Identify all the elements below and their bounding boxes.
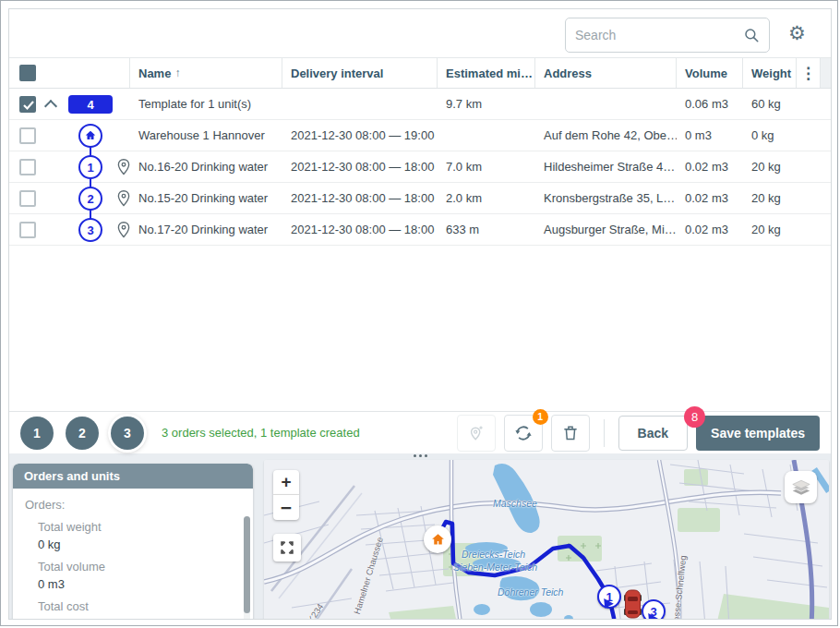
bottom-section: Orders and units Orders: Total weight 0 … — [9, 453, 831, 619]
table-row-order[interactable]: 1 No.16-20 Drinking water 2021-12-30 08:… — [9, 151, 831, 183]
map-label-doehrener-teich: Döhrener Teich — [498, 586, 563, 598]
car-icon — [623, 589, 642, 619]
location-pin-icon — [115, 221, 130, 242]
cell-weight: 20 kg — [743, 191, 797, 205]
table-row-warehouse[interactable]: Warehouse 1 Hannover 2021-12-30 08:00 — … — [9, 120, 831, 151]
content-frame: ⚙ Name ↑ Delivery interval Estimated mi…… — [8, 8, 832, 620]
map-label-dreiecks-teich: Dreiecks-Teich — [462, 549, 525, 560]
column-header-weight[interactable]: Weight — [743, 58, 797, 88]
stop-number-badge: 1 — [78, 155, 102, 179]
cell-volume: 0.02 m3 — [677, 191, 743, 205]
table-header: Name ↑ Delivery interval Estimated mi… A… — [9, 57, 831, 89]
cell-name: Warehouse 1 Hannover — [130, 128, 282, 142]
summary-value: 0 m3 — [38, 577, 231, 591]
summary-value: 0 kg — [38, 537, 231, 551]
row-select-cell: 2 — [9, 183, 130, 213]
row-select-cell: 1 — [9, 151, 130, 182]
column-header-address[interactable]: Address — [535, 58, 677, 88]
row-checkbox[interactable] — [19, 190, 36, 207]
cell-name: Template for 1 unit(s) — [130, 97, 282, 111]
status-text: 3 orders selected, 1 template created — [162, 426, 360, 440]
step-1-button[interactable]: 1 — [20, 417, 54, 450]
layers-icon — [790, 477, 812, 499]
table-row-order[interactable]: 2 No.15-20 Drinking water 2021-12-30 08:… — [9, 183, 831, 214]
column-label: Name — [138, 66, 171, 80]
stop-number-badge: 3 — [78, 218, 102, 242]
search-box[interactable] — [565, 18, 770, 53]
map-marker-stop-2[interactable]: 2 — [644, 619, 668, 620]
collapse-chevron-icon[interactable] — [46, 98, 55, 107]
row-checkbox[interactable] — [19, 96, 36, 113]
cell-volume: 0.06 m3 — [677, 97, 743, 111]
column-header-estimated-mileage[interactable]: Estimated mi… — [438, 58, 535, 88]
table-row-template[interactable]: 4 Template for 1 unit(s) 9.7 km 0.06 m3 … — [9, 89, 831, 120]
cell-name: No.17-20 Drinking water — [130, 223, 282, 236]
summary-item: Total cost 0 € — [38, 599, 231, 620]
cell-delivery-interval: 2021-12-30 08:00 — 18:00 — [282, 191, 438, 205]
reassign-count-badge: 1 — [533, 409, 548, 425]
column-header-delivery-interval[interactable]: Delivery interval — [282, 58, 438, 88]
column-label: Address — [544, 66, 592, 80]
hint-step-badge: 8 — [684, 406, 705, 428]
cell-address: Augsburger Straße, Mi… — [535, 223, 677, 236]
settings-gear-icon[interactable]: ⚙ — [788, 23, 806, 42]
delete-button[interactable] — [551, 415, 590, 452]
pin-plus-icon — [467, 424, 486, 442]
route-connector-line — [90, 136, 91, 230]
map-marker-stop-1[interactable]: 1 — [597, 585, 621, 609]
panel-scrollbar[interactable] — [244, 516, 250, 620]
cell-volume: 0.02 m3 — [677, 223, 743, 236]
warehouse-map-marker[interactable] — [424, 525, 451, 553]
cell-distance: 2.0 km — [438, 191, 535, 205]
cell-weight: 20 kg — [743, 223, 797, 236]
map-marker-stop-3[interactable]: 3 — [642, 599, 666, 620]
step-3-button[interactable]: 3 — [111, 417, 144, 450]
select-all-checkbox[interactable] — [19, 65, 36, 81]
panel-scrollbar-thumb[interactable] — [244, 516, 250, 613]
summary-label: Total volume — [38, 560, 231, 574]
table-scrollbar-gutter[interactable] — [821, 58, 831, 88]
cell-delivery-interval: 2021-12-30 08:00 — 19:00 — [282, 128, 438, 142]
column-label: Estimated mi… — [446, 66, 533, 80]
toolbar-divider — [604, 419, 605, 447]
table-row-order[interactable]: 3 No.17-20 Drinking water 2021-12-30 08:… — [9, 214, 831, 246]
home-icon — [430, 532, 446, 548]
search-input[interactable] — [575, 28, 743, 42]
column-menu-button[interactable]: ⋮ — [797, 58, 821, 88]
search-icon[interactable] — [743, 27, 760, 43]
map-fullscreen-button[interactable] — [273, 534, 301, 562]
map-zoom-out-button[interactable]: − — [273, 495, 299, 520]
assign-location-button[interactable] — [457, 415, 496, 452]
row-select-cell — [9, 120, 130, 151]
summary-item: Total weight 0 kg — [38, 520, 231, 551]
cell-volume: 0 m3 — [677, 128, 743, 142]
summary-value: 0 € — [38, 617, 231, 620]
row-select-cell: 3 — [9, 214, 130, 245]
step-2-button[interactable]: 2 — [66, 417, 99, 450]
summary-label: Total weight — [38, 520, 231, 534]
column-label: Delivery interval — [291, 66, 383, 80]
orders-and-units-panel: Orders and units Orders: Total weight 0 … — [13, 464, 253, 620]
map-canvas[interactable]: Maschsee Dreiecks-Teich Sieben-Meter-Tei… — [264, 460, 829, 620]
cell-distance: 9.7 km — [438, 97, 535, 111]
save-templates-button[interactable]: Save templates 8 — [696, 416, 820, 451]
row-checkbox[interactable] — [19, 222, 36, 238]
column-header-name[interactable]: Name ↑ — [130, 58, 282, 88]
map-layers-button[interactable] — [785, 471, 817, 503]
back-button[interactable]: Back — [618, 416, 688, 451]
cell-distance: 633 m — [438, 223, 535, 236]
reassign-unit-button[interactable]: 1 — [504, 415, 543, 452]
sort-asc-icon: ↑ — [174, 66, 180, 79]
vehicle-marker[interactable] — [623, 589, 642, 620]
row-checkbox[interactable] — [19, 159, 36, 175]
row-checkbox[interactable] — [19, 127, 36, 144]
stops-count-badge: 4 — [68, 95, 113, 114]
cell-weight: 0 kg — [743, 128, 797, 142]
map-zoom-in-button[interactable]: + — [273, 470, 299, 495]
orders-section-label: Orders: — [25, 498, 231, 512]
save-templates-label: Save templates — [711, 426, 805, 441]
cell-address: Hildesheimer Straße 4… — [535, 160, 677, 174]
cell-delivery-interval: 2021-12-30 08:00 — 18:00 — [282, 223, 438, 236]
map-label-maschsee: Maschsee — [493, 498, 537, 509]
column-header-volume[interactable]: Volume — [677, 58, 743, 88]
